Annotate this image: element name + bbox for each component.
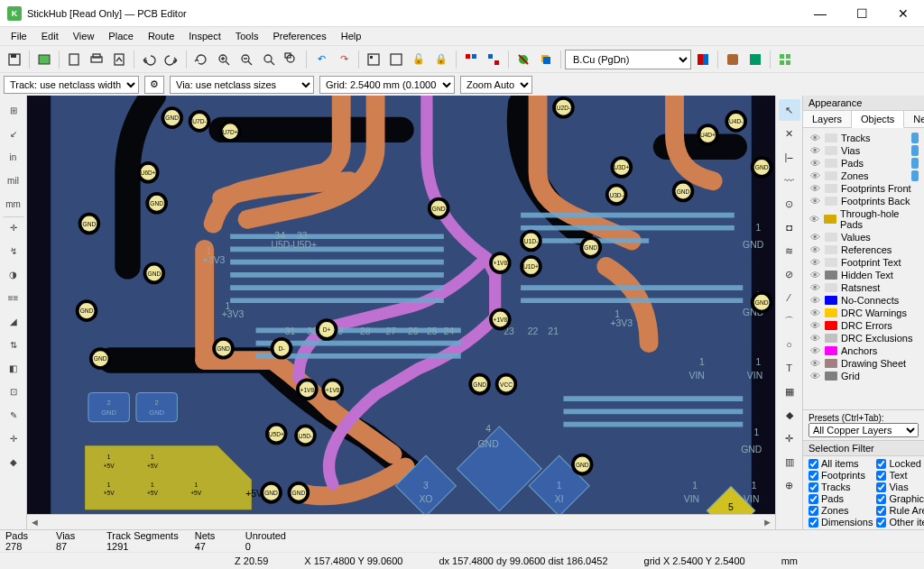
filter-dimensions[interactable]: Dimensions bbox=[808, 517, 873, 528]
object-through-hole-pads[interactable]: 👁Through-hole Pads bbox=[803, 207, 924, 231]
visibility-icon[interactable]: 👁 bbox=[808, 283, 821, 292]
drc-icon[interactable] bbox=[513, 49, 534, 70]
menu-preferences[interactable]: Preferences bbox=[265, 29, 333, 43]
left-tool-2[interactable]: in bbox=[3, 146, 24, 168]
filter-tracks[interactable]: Tracks bbox=[808, 482, 873, 492]
menu-inspect[interactable]: Inspect bbox=[181, 29, 227, 43]
right-tool-7[interactable]: ⊘ bbox=[779, 263, 800, 285]
object-footprints-front[interactable]: 👁Footprints Front bbox=[803, 182, 924, 195]
undo-last-icon[interactable]: ↶ bbox=[310, 49, 332, 70]
color-swatch[interactable] bbox=[825, 321, 837, 330]
visibility-icon[interactable]: 👁 bbox=[808, 271, 821, 280]
color-swatch[interactable] bbox=[825, 159, 837, 168]
tab-objects[interactable]: Objects bbox=[852, 111, 904, 128]
left-tool-5[interactable]: ✛ bbox=[3, 216, 24, 238]
visibility-icon[interactable]: 👁 bbox=[808, 171, 821, 180]
redo-icon[interactable] bbox=[161, 49, 182, 70]
lock-open-icon[interactable]: 🔓 bbox=[408, 49, 430, 70]
filter-graphics[interactable]: Graphics bbox=[876, 493, 924, 504]
right-tool-6[interactable]: ≋ bbox=[779, 240, 800, 262]
right-tool-11[interactable]: T bbox=[779, 357, 800, 379]
zoom-out-icon[interactable] bbox=[236, 49, 257, 70]
page-settings-icon[interactable] bbox=[63, 49, 85, 70]
object-pads[interactable]: 👁Pads bbox=[803, 157, 924, 170]
color-swatch[interactable] bbox=[825, 346, 837, 355]
object-drc-exclusions[interactable]: 👁DRC Exclusions bbox=[803, 332, 924, 344]
left-tool-9[interactable]: ◢ bbox=[3, 310, 24, 332]
filter-vias[interactable]: Vias bbox=[876, 482, 924, 492]
board-setup-icon[interactable] bbox=[33, 49, 55, 70]
menu-route[interactable]: Route bbox=[141, 29, 181, 43]
zoom-selection-icon[interactable] bbox=[281, 49, 302, 70]
right-tool-8[interactable]: ∕ bbox=[779, 287, 800, 308]
filter-checkbox[interactable] bbox=[876, 518, 886, 528]
layer-pair-icon[interactable] bbox=[692, 49, 714, 70]
left-tool-15[interactable]: ◆ bbox=[3, 451, 24, 473]
right-tool-13[interactable]: ◆ bbox=[779, 404, 800, 426]
maximize-button[interactable]: ☐ bbox=[841, 0, 882, 27]
object-ratsnest[interactable]: 👁Ratsnest bbox=[803, 281, 924, 294]
filter-checkbox[interactable] bbox=[808, 494, 818, 504]
filter-checkbox[interactable] bbox=[808, 459, 818, 469]
menu-tools[interactable]: Tools bbox=[228, 29, 266, 43]
right-tool-4[interactable]: ⊙ bbox=[779, 193, 800, 215]
right-tool-10[interactable]: ○ bbox=[779, 334, 800, 355]
filter-all-items[interactable]: All items bbox=[808, 458, 873, 469]
footprint-editor-icon[interactable] bbox=[460, 49, 482, 70]
zoom-select[interactable]: Zoom Auto bbox=[460, 76, 532, 94]
filter-checkbox[interactable] bbox=[876, 494, 886, 504]
left-tool-3[interactable]: mil bbox=[3, 170, 24, 191]
left-tool-7[interactable]: ◑ bbox=[3, 263, 24, 285]
tab-layers[interactable]: Layers bbox=[803, 111, 852, 127]
undo-icon[interactable] bbox=[138, 49, 160, 70]
show-layers-icon[interactable] bbox=[744, 49, 766, 70]
left-tool-14[interactable]: ✛ bbox=[3, 427, 24, 449]
filter-rule-areas[interactable]: Rule Areas bbox=[876, 505, 924, 516]
right-tool-2[interactable]: |‒ bbox=[779, 146, 800, 168]
left-tool-12[interactable]: ⊡ bbox=[3, 381, 24, 402]
scroll-right-icon[interactable]: ► bbox=[760, 515, 775, 530]
color-swatch[interactable] bbox=[825, 258, 837, 267]
visibility-icon[interactable]: 👁 bbox=[808, 197, 821, 206]
color-swatch[interactable] bbox=[825, 171, 837, 180]
visibility-icon[interactable]: 👁 bbox=[808, 308, 821, 317]
track-width-select[interactable]: Track: use netclass width bbox=[4, 76, 139, 94]
visibility-icon[interactable]: 👁 bbox=[808, 159, 821, 168]
menu-file[interactable]: File bbox=[4, 29, 34, 43]
horizontal-scrollbar[interactable]: ◄ ► bbox=[27, 514, 775, 529]
left-tool-1[interactable]: ↙ bbox=[3, 123, 24, 144]
filter-checkbox[interactable] bbox=[876, 482, 886, 492]
via-size-select[interactable]: Via: use netclass sizes bbox=[170, 76, 314, 94]
scroll-left-icon[interactable]: ◄ bbox=[27, 515, 42, 530]
presets-select[interactable]: All Copper Layers bbox=[808, 423, 919, 437]
color-swatch[interactable] bbox=[825, 334, 837, 343]
pcb-canvas[interactable]: 2 GND 2 GND +5V 1GND 1GND 1VIN 1VIN 1GND… bbox=[27, 96, 775, 514]
print-icon[interactable] bbox=[86, 49, 107, 70]
right-tool-9[interactable]: ⌒ bbox=[779, 310, 800, 332]
object-grid[interactable]: 👁Grid bbox=[803, 370, 924, 382]
color-swatch[interactable] bbox=[825, 372, 837, 381]
layers-manager-icon[interactable] bbox=[535, 49, 557, 70]
visibility-icon[interactable]: 👁 bbox=[808, 146, 821, 155]
object-drc-warnings[interactable]: 👁DRC Warnings bbox=[803, 307, 924, 319]
object-footprint-text[interactable]: 👁Footprint Text bbox=[803, 256, 924, 269]
footprint-wizard-icon[interactable] bbox=[363, 49, 384, 70]
visibility-icon[interactable]: 👁 bbox=[808, 245, 821, 254]
object-anchors[interactable]: 👁Anchors bbox=[803, 344, 924, 357]
color-swatch[interactable] bbox=[825, 146, 837, 155]
redo-last-icon[interactable]: ↷ bbox=[333, 49, 355, 70]
visibility-icon[interactable]: 👁 bbox=[808, 184, 821, 193]
object-values[interactable]: 👁Values bbox=[803, 231, 924, 243]
object-no-connects[interactable]: 👁No-Connects bbox=[803, 294, 924, 307]
color-swatch[interactable] bbox=[825, 233, 837, 242]
save-icon[interactable] bbox=[4, 49, 25, 70]
filter-checkbox[interactable] bbox=[876, 506, 886, 516]
filter-pads[interactable]: Pads bbox=[808, 493, 873, 504]
filter-text[interactable]: Text bbox=[876, 470, 924, 481]
scripting-icon[interactable] bbox=[722, 49, 744, 70]
filter-checkbox[interactable] bbox=[808, 518, 818, 528]
object-tracks[interactable]: 👁Tracks bbox=[803, 132, 924, 144]
color-swatch[interactable] bbox=[825, 283, 837, 292]
visibility-icon[interactable]: 👁 bbox=[808, 296, 821, 305]
object-drawing-sheet[interactable]: 👁Drawing Sheet bbox=[803, 357, 924, 370]
